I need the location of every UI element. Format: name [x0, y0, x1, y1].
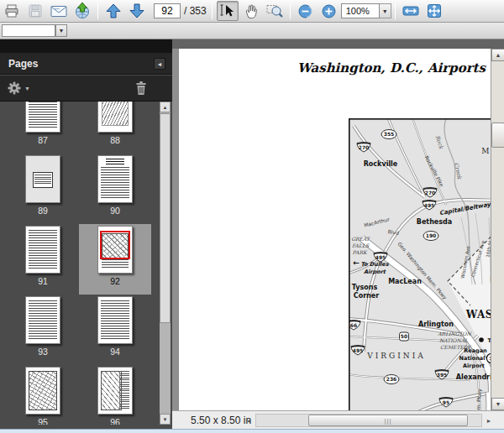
zoom-in-button[interactable] [318, 1, 340, 21]
pentagon-marker [479, 337, 484, 342]
route-shield-50: 50 [400, 332, 409, 341]
thumbnail-image[interactable] [97, 226, 133, 274]
chevron-down-icon: ▼ [24, 86, 30, 91]
marquee-zoom-button[interactable] [264, 1, 286, 21]
fit-page-button[interactable] [423, 1, 445, 21]
page-number-input[interactable] [154, 3, 181, 18]
map-label: CEMETERY [440, 344, 472, 350]
document-pane-edge [172, 39, 504, 49]
next-page-button[interactable] [126, 1, 148, 21]
svg-text:270: 270 [359, 144, 370, 150]
find-input[interactable] [2, 24, 55, 37]
thumbnail-image[interactable] [25, 367, 60, 415]
thumbnail-page-number: 91 [7, 276, 79, 286]
page-thumbnail-93[interactable]: 93 [7, 295, 79, 365]
page-thumbnail-92[interactable]: 92 [79, 224, 151, 295]
page-thumbnail-89[interactable]: 89 [7, 154, 79, 224]
thumbnail-page-number: 90 [79, 206, 151, 216]
zoom-out-button[interactable] [295, 1, 317, 21]
zoom-level-combo[interactable]: 100% [341, 3, 380, 18]
thumbnail-image[interactable] [25, 226, 60, 274]
map-label: GREAT [351, 236, 371, 242]
prev-page-icon [104, 2, 123, 20]
page-thumbnail-95[interactable]: 95 [7, 365, 79, 425]
panel-scroll-up-button[interactable]: ▲ [160, 102, 171, 112]
scroll-up-button[interactable]: ▲ [491, 49, 504, 61]
thumbnail-image[interactable] [25, 102, 60, 133]
page-thumbnail-90[interactable]: 90 [79, 154, 151, 224]
map-label: MacLean [388, 278, 422, 285]
thumbnail-page-number: 87 [7, 135, 79, 145]
thumbnail-image[interactable] [97, 367, 133, 415]
fit-width-button[interactable] [400, 1, 422, 21]
hand-tool-icon [243, 3, 260, 19]
page-thumbnail-94[interactable]: 94 [79, 295, 151, 365]
panel-scroll-down-button[interactable]: ▼ [160, 414, 171, 425]
thumbnail-page-number: 93 [7, 347, 79, 357]
thumbnail-image[interactable] [25, 155, 60, 203]
svg-text:190: 190 [426, 232, 437, 238]
map-image: ✈ MARYLANDVIRGINIAMARYLANDRockvilleBethe… [349, 118, 504, 433]
document-pane: Washington, D.C., Airports [172, 39, 504, 429]
panel-scrollbar[interactable]: ▲ ▼ [160, 102, 171, 425]
panel-collapse-button[interactable]: ◄ [154, 58, 165, 70]
save-button [24, 1, 46, 21]
page-thumbnail-88[interactable]: 88 [79, 102, 151, 154]
map-label: PARK [353, 249, 368, 255]
trash-icon [134, 80, 149, 97]
email-button[interactable] [48, 1, 70, 21]
fit-width-icon [402, 3, 420, 19]
find-dropdown-button[interactable]: ▼ [55, 24, 67, 37]
scroll-left-button[interactable]: ◄ [243, 415, 255, 426]
route-shield-355: 355 [381, 130, 396, 139]
upload-button[interactable] [71, 1, 93, 21]
pages-panel-header: Pages ◄ [0, 53, 172, 75]
panel-options-button[interactable]: ▼ [7, 81, 30, 96]
toolbar-separator [97, 3, 98, 19]
thumbnail-scroll-area[interactable]: 87888990919293949596 [2, 102, 160, 425]
hand-tool-button[interactable] [240, 1, 262, 21]
zoom-in-icon [321, 3, 337, 19]
page-thumbnail-91[interactable]: 91 [7, 224, 79, 295]
map-label: Tysons [352, 284, 378, 291]
thumbnail-image[interactable] [25, 296, 60, 344]
map-label: NATIONAL [439, 337, 469, 343]
delete-pages-button[interactable] [134, 80, 149, 100]
select-tool-button[interactable] [217, 1, 239, 21]
marquee-zoom-icon [265, 3, 284, 19]
scroll-down-button[interactable]: ▼ [491, 398, 504, 410]
vertical-scrollbar[interactable]: ▲ ▼ [491, 49, 504, 410]
email-icon [50, 3, 68, 19]
page-thumbnail-96[interactable]: 96 [79, 365, 151, 425]
map-label: Airport [463, 363, 485, 369]
zoom-dropdown-button[interactable]: ▼ [380, 3, 391, 18]
scroll-right-button[interactable]: ► [483, 415, 495, 426]
previous-page-button[interactable] [102, 1, 124, 21]
select-tool-icon [218, 3, 237, 19]
map-label: FALLS [352, 243, 370, 248]
page-thumbnail-87[interactable]: 87 [7, 102, 79, 154]
thumbnail-page-number: 89 [7, 206, 79, 216]
panel-scroll-thumb[interactable] [160, 113, 171, 323]
toolbar-separator [395, 3, 396, 19]
save-icon [27, 3, 44, 19]
toolbar-separator [290, 3, 291, 19]
find-toolbar: ▼ [0, 23, 504, 39]
main-toolbar: / 353 [0, 0, 504, 23]
svg-text:355: 355 [384, 131, 395, 137]
thumbnail-image[interactable] [97, 296, 133, 344]
upload-icon [73, 2, 92, 20]
page-view-indicator[interactable] [100, 231, 130, 259]
page-title: Washington, D.C., Airports [297, 60, 486, 76]
thumbnail-image[interactable] [97, 155, 133, 203]
thumbnail-image[interactable] [97, 102, 133, 133]
horizontal-scrollbar[interactable]: ||| [255, 414, 482, 427]
panel-top-strip [0, 39, 172, 53]
horizontal-scroll-thumb[interactable]: ||| [308, 415, 468, 426]
svg-text:270: 270 [425, 190, 436, 196]
vertical-scroll-thumb[interactable] [491, 123, 504, 148]
print-button[interactable] [1, 1, 23, 21]
svg-text:495: 495 [353, 347, 364, 353]
toolbar-separator [212, 3, 213, 19]
svg-text:95: 95 [443, 399, 449, 405]
